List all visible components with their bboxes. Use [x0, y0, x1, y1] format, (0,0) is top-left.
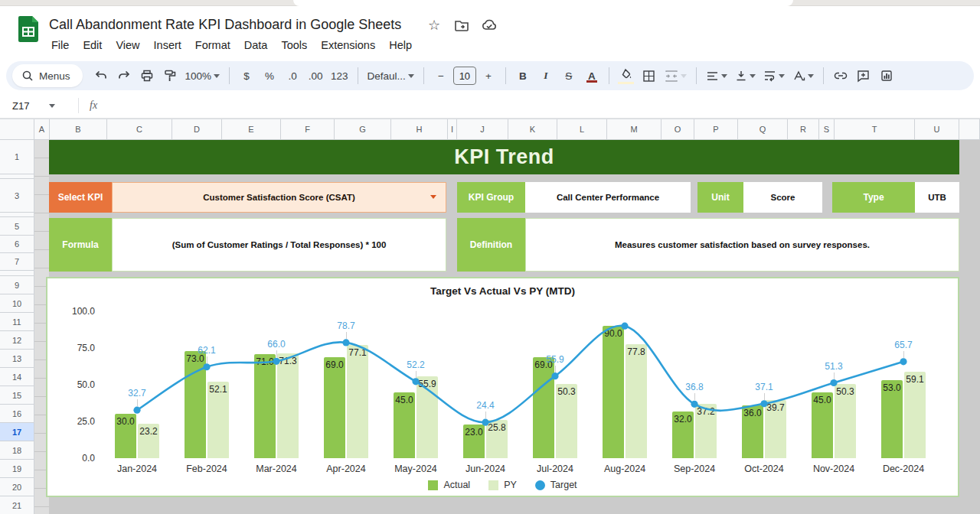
column-header-B[interactable]: B — [50, 119, 107, 140]
definition-label: Definition — [457, 218, 525, 272]
insert-link-icon[interactable] — [830, 65, 851, 86]
column-header-U[interactable]: U — [915, 119, 959, 140]
format-currency-button[interactable]: $ — [236, 65, 257, 86]
print-icon[interactable] — [136, 65, 158, 86]
column-header-P[interactable]: P — [694, 119, 738, 140]
column-header-E[interactable]: E — [222, 119, 281, 140]
row-header-20[interactable]: 20 — [0, 478, 34, 496]
text-color-button[interactable]: A — [581, 65, 603, 86]
cloud-status-icon[interactable] — [481, 17, 498, 34]
row-header-7[interactable]: 7 — [0, 253, 34, 271]
merge-cells-icon[interactable] — [662, 65, 690, 86]
column-header-D[interactable]: D — [172, 119, 222, 140]
menus-search-button[interactable]: Menus — [12, 64, 83, 87]
actual-value-label: 30.0 — [109, 416, 142, 427]
column-header-S[interactable]: S — [819, 119, 835, 140]
column-header-R[interactable]: R — [788, 119, 819, 140]
paint-format-icon[interactable] — [159, 65, 181, 86]
document-title[interactable]: Call Abandonment Rate KPI Dashboard in G… — [49, 17, 401, 33]
kpi-selector-dropdown[interactable]: Customer Satisfaction Score (CSAT) — [112, 182, 446, 213]
column-header-I[interactable]: I — [448, 119, 457, 140]
target-point-marker — [133, 407, 140, 414]
row-header-1[interactable]: 1 — [0, 140, 34, 174]
move-to-folder-icon[interactable] — [453, 17, 470, 34]
menu-item-file[interactable]: File — [44, 37, 76, 54]
menu-item-data[interactable]: Data — [237, 37, 275, 54]
font-select[interactable]: Defaul... — [364, 65, 417, 86]
row-header-21[interactable]: 21 — [0, 496, 34, 514]
row-header-10[interactable]: 10 — [0, 294, 34, 313]
undo-button[interactable] — [90, 65, 112, 86]
column-header-A[interactable]: A — [34, 119, 50, 140]
redo-button[interactable] — [113, 65, 135, 86]
actual-bar — [254, 354, 276, 458]
menu-item-insert[interactable]: Insert — [147, 37, 188, 54]
row-header-14[interactable]: 14 — [0, 368, 34, 386]
format-percent-button[interactable]: % — [259, 65, 280, 86]
caret-down-icon — [214, 74, 220, 78]
vertical-align-icon[interactable] — [732, 65, 759, 86]
column-header-L[interactable]: L — [557, 119, 607, 140]
kpi-trend-chart[interactable]: Target Vs Actual Vs PY (MTD) 100.075.050… — [46, 277, 959, 497]
row-header-6[interactable]: 6 — [0, 236, 34, 253]
column-header-G[interactable]: G — [335, 119, 391, 140]
row-header-3[interactable]: 3 — [0, 179, 34, 213]
row-header-5[interactable]: 5 — [0, 217, 34, 236]
text-wrap-icon[interactable] — [760, 65, 788, 86]
column-header-H[interactable]: H — [391, 119, 448, 140]
row-header-8[interactable] — [0, 271, 34, 276]
menu-item-help[interactable]: Help — [382, 37, 419, 54]
py-value-label: 52.1 — [202, 384, 234, 395]
actual-value-label: 69.0 — [318, 359, 351, 370]
fill-color-icon[interactable] — [616, 65, 637, 86]
strikethrough-button[interactable]: S — [558, 65, 580, 86]
menu-item-extensions[interactable]: Extensions — [314, 37, 382, 54]
insert-chart-icon[interactable] — [876, 65, 897, 86]
menu-item-format[interactable]: Format — [188, 37, 237, 54]
horizontal-align-icon[interactable] — [703, 65, 730, 86]
row-header-19[interactable]: 19 — [0, 460, 34, 478]
zoom-select[interactable]: 100% — [182, 65, 224, 86]
decrease-font-size-button[interactable]: − — [430, 65, 452, 86]
name-box[interactable]: Z17 — [0, 93, 78, 118]
star-icon[interactable]: ☆ — [426, 17, 443, 34]
target-value-label: 55.9 — [539, 354, 571, 365]
row-header-9[interactable]: 9 — [0, 276, 34, 294]
row-header-17[interactable]: 17 — [0, 423, 34, 441]
menu-item-view[interactable]: View — [109, 37, 146, 54]
row-header-15[interactable]: 15 — [0, 386, 34, 405]
increase-decimals-button[interactable]: .00 — [305, 65, 326, 86]
row-header-16[interactable]: 16 — [0, 405, 34, 423]
decrease-decimals-button[interactable]: .0 — [282, 65, 303, 86]
spreadsheet-grid[interactable]: KPI Trend Select KPI Customer Satisfacti… — [0, 140, 980, 514]
increase-font-size-button[interactable]: + — [478, 65, 499, 86]
row-header-12[interactable]: 12 — [0, 331, 34, 350]
menu-item-tools[interactable]: Tools — [274, 37, 314, 54]
row-header-11[interactable]: 11 — [0, 313, 34, 331]
font-size-input[interactable]: 10 — [453, 67, 476, 85]
more-formats-button[interactable]: 123 — [328, 65, 351, 86]
caret-down-icon — [408, 74, 414, 78]
row-header-18[interactable]: 18 — [0, 441, 34, 460]
column-header-M[interactable]: M — [607, 119, 662, 140]
formula-value: (Sum of Customer Ratings / Total Respons… — [112, 218, 446, 272]
select-kpi-label: Select KPI — [49, 182, 112, 213]
column-header-C[interactable]: C — [107, 119, 172, 140]
borders-icon[interactable] — [639, 65, 660, 86]
column-header-O[interactable]: O — [662, 119, 694, 140]
row-header-13[interactable]: 13 — [0, 350, 34, 368]
column-header-K[interactable]: K — [508, 119, 557, 140]
insert-comment-icon[interactable] — [853, 65, 874, 86]
italic-button[interactable]: I — [535, 65, 557, 86]
column-header-T[interactable]: T — [835, 119, 915, 140]
py-bar — [626, 344, 647, 458]
kpi-group-label: KPI Group — [457, 182, 525, 213]
text-rotation-icon[interactable] — [789, 65, 817, 86]
column-header-F[interactable]: F — [281, 119, 335, 140]
column-header-Q[interactable]: Q — [738, 119, 788, 140]
column-header-J[interactable]: J — [457, 119, 508, 140]
sheets-logo-icon[interactable] — [18, 16, 38, 42]
select-all-corner[interactable] — [0, 119, 34, 140]
menu-item-edit[interactable]: Edit — [76, 37, 109, 54]
bold-button[interactable]: B — [512, 65, 534, 86]
